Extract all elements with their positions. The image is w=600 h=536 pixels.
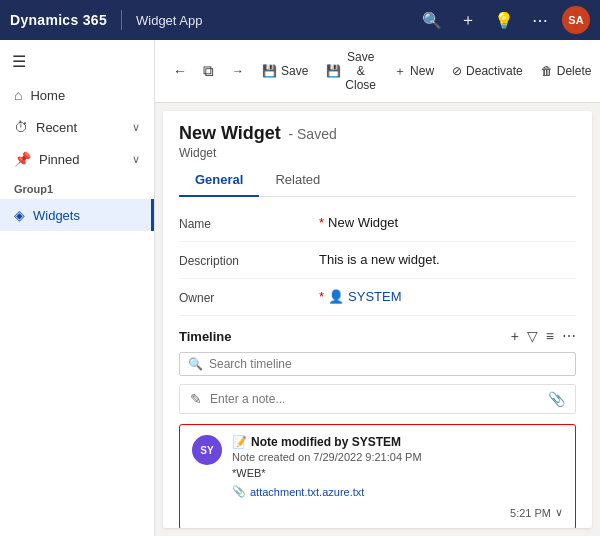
new-icon: ＋	[394, 63, 406, 80]
sidebar: ☰ ⌂ Home ⏱ Recent ∨ 📌 Pinned ∨ Group1 ◈ …	[0, 40, 155, 536]
sidebar-item-home[interactable]: ⌂ Home	[0, 79, 154, 111]
save-icon: 💾	[262, 64, 277, 78]
save-button[interactable]: 💾 Save	[254, 60, 316, 82]
search-icon[interactable]: 🔍	[418, 6, 446, 34]
timeline-section: Timeline + ▽ ≡ ⋯ 🔍 ✎ 📎	[179, 328, 576, 528]
owner-label: Owner	[179, 289, 319, 305]
timeline-entry: SY 📝 Note modified by SYSTEM Note create…	[179, 424, 576, 528]
widgets-icon: ◈	[14, 207, 25, 223]
note-icon: 📝	[232, 435, 247, 449]
page-title: New Widget	[179, 123, 281, 143]
timeline-filter-icon[interactable]: ▽	[527, 328, 538, 344]
nav-divider	[121, 10, 122, 30]
saved-badge: - Saved	[288, 126, 336, 142]
timeline-header: Timeline + ▽ ≡ ⋯	[179, 328, 576, 344]
sidebar-item-label: Widgets	[33, 208, 80, 223]
owner-required: *	[319, 289, 324, 304]
page-content: New Widget - Saved Widget General Relate…	[163, 111, 592, 528]
timeline-search-input[interactable]	[209, 357, 567, 371]
entry-attachment-link[interactable]: 📎 attachment.txt.azure.txt	[232, 485, 364, 498]
timeline-title: Timeline	[179, 329, 511, 344]
hamburger-icon[interactable]: ☰	[0, 44, 154, 79]
back-button[interactable]: ←	[167, 59, 193, 83]
tab-general[interactable]: General	[179, 164, 259, 197]
owner-value[interactable]: 👤 SYSTEM	[328, 289, 576, 304]
sidebar-item-pinned[interactable]: 📌 Pinned ∨	[0, 143, 154, 175]
deactivate-icon: ⊘	[452, 64, 462, 78]
dup-button[interactable]: ⧉	[195, 58, 222, 84]
delete-icon: 🗑	[541, 64, 553, 78]
entry-title: 📝 Note modified by SYSTEM	[232, 435, 563, 449]
description-label: Description	[179, 252, 319, 268]
app-name: Widget App	[136, 13, 203, 28]
entry-date: Note created on 7/29/2022 9:21:04 PM	[232, 451, 563, 463]
lightbulb-icon[interactable]: 💡	[490, 6, 518, 34]
more-icon[interactable]: ⋯	[526, 6, 554, 34]
tabs: General Related	[179, 164, 576, 197]
note-input-row: ✎ 📎	[179, 384, 576, 414]
delete-button[interactable]: 🗑 Delete	[533, 60, 600, 82]
form-row-name: Name * New Widget	[179, 205, 576, 242]
name-value[interactable]: New Widget	[328, 215, 576, 230]
page-subtitle: Widget	[179, 146, 576, 160]
page-title-row: New Widget - Saved Widget	[179, 111, 576, 164]
add-icon[interactable]: ＋	[454, 6, 482, 34]
timeline-more-icon[interactable]: ⋯	[562, 328, 576, 344]
form-row-owner: Owner * 👤 SYSTEM	[179, 279, 576, 316]
name-label: Name	[179, 215, 319, 231]
attachment-icon: 📎	[232, 485, 246, 498]
recent-icon: ⏱	[14, 119, 28, 135]
entry-time: 5:21 PM ∨	[192, 506, 563, 519]
tab-related[interactable]: Related	[259, 164, 336, 197]
chevron-down-icon: ∨	[132, 121, 140, 134]
save-close-icon: 💾	[326, 64, 341, 78]
owner-icon: 👤	[328, 289, 344, 304]
sidebar-group-label: Group1	[0, 175, 154, 199]
forward-button[interactable]: →	[224, 60, 252, 82]
form-row-description: Description This is a new widget.	[179, 242, 576, 279]
clip-icon[interactable]: 📎	[548, 391, 565, 407]
new-button[interactable]: ＋ New	[386, 59, 442, 84]
sidebar-item-label: Home	[30, 88, 65, 103]
entry-text: *WEB*	[232, 467, 563, 479]
timeline-actions: + ▽ ≡ ⋯	[511, 328, 576, 344]
entry-body: 📝 Note modified by SYSTEM Note created o…	[232, 435, 563, 498]
timeline-search-icon: 🔍	[188, 357, 203, 371]
timeline-view-icon[interactable]: ≡	[546, 328, 554, 344]
entry-header: SY 📝 Note modified by SYSTEM Note create…	[192, 435, 563, 498]
main-content: ← ⧉ → 💾 Save 💾 Save & Close ＋ New ⊘ Deac…	[155, 40, 600, 536]
sidebar-item-recent[interactable]: ⏱ Recent ∨	[0, 111, 154, 143]
save-close-button[interactable]: 💾 Save & Close	[318, 46, 384, 96]
avatar[interactable]: SA	[562, 6, 590, 34]
deactivate-button[interactable]: ⊘ Deactivate	[444, 60, 531, 82]
top-nav: Dynamics 365 Widget App 🔍 ＋ 💡 ⋯ SA	[0, 0, 600, 40]
chevron-down-icon[interactable]: ∨	[555, 506, 563, 519]
timeline-search-bar[interactable]: 🔍	[179, 352, 576, 376]
pencil-icon: ✎	[190, 391, 202, 407]
sidebar-item-label: Recent	[36, 120, 77, 135]
name-required: *	[319, 215, 324, 230]
note-input[interactable]	[210, 392, 548, 406]
chevron-down-icon: ∨	[132, 153, 140, 166]
command-bar: ← ⧉ → 💾 Save 💾 Save & Close ＋ New ⊘ Deac…	[155, 40, 600, 103]
description-value[interactable]: This is a new widget.	[319, 252, 576, 267]
sidebar-item-widgets[interactable]: ◈ Widgets	[0, 199, 154, 231]
timeline-add-icon[interactable]: +	[511, 328, 519, 344]
entry-avatar: SY	[192, 435, 222, 465]
home-icon: ⌂	[14, 87, 22, 103]
sidebar-item-label: Pinned	[39, 152, 79, 167]
brand-name: Dynamics 365	[10, 12, 107, 28]
pin-icon: 📌	[14, 151, 31, 167]
